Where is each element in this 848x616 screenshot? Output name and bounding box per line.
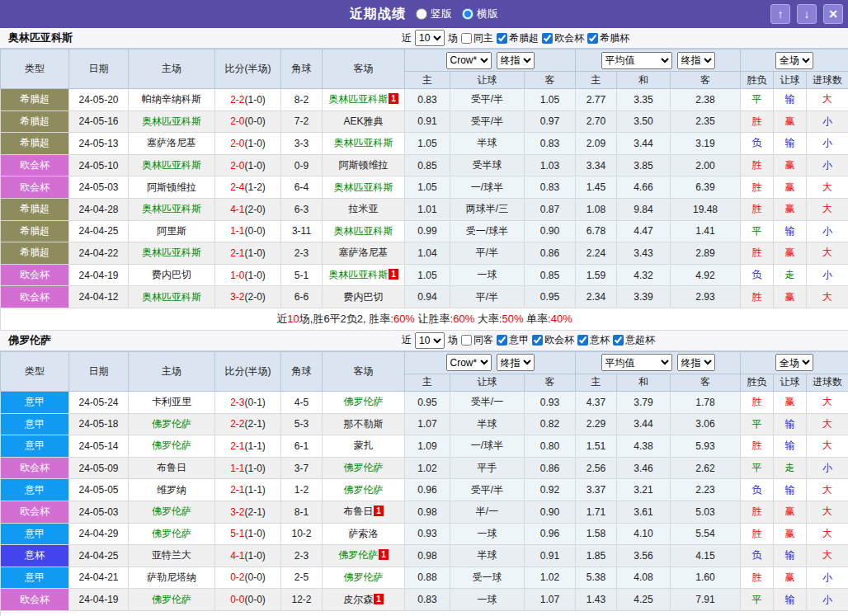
league-checkbox[interactable]: 欧会杯 <box>542 31 584 45</box>
league-checkbox-input[interactable] <box>497 335 507 346</box>
handicap-home-odds: 0.85 <box>405 154 450 176</box>
home-team: 佛罗伦萨 <box>129 413 215 435</box>
result-winloss: 负 <box>741 133 774 155</box>
vertical-radio-input[interactable] <box>416 8 427 20</box>
match-row: 希腊超24-04-22奥林匹亚科斯2-1(1-0)2-3塞萨洛尼基1.04平/半… <box>1 242 848 265</box>
handicap-line: 半球 <box>450 545 525 567</box>
league-checkbox[interactable]: 意超杯 <box>613 333 655 347</box>
league-checkbox[interactable]: 希腊杯 <box>587 31 629 45</box>
league-checkbox-input[interactable] <box>577 335 588 346</box>
match-row: 欧会杯24-05-03阿斯顿维拉2-4(1-2)6-4奥林匹亚科斯1.05一/球… <box>1 176 848 199</box>
handicap-home-odds: 0.96 <box>405 479 450 501</box>
home-team: 亚特兰大 <box>129 545 215 567</box>
result-handicap: 输 <box>774 220 807 242</box>
handicap-home-odds: 0.93 <box>405 523 450 545</box>
odds-stage-select[interactable]: 终指 <box>497 354 535 371</box>
league-type-badge: 希腊超 <box>1 89 69 111</box>
europe-draw-odds: 4.08 <box>617 567 671 589</box>
league-type-badge: 欧会杯 <box>1 286 69 308</box>
sub-column-header: 客 <box>671 72 741 89</box>
same-venue-checkbox-input[interactable] <box>461 335 472 346</box>
match-score: 2-4(1-2) <box>215 176 281 199</box>
result-winloss: 负 <box>741 479 774 501</box>
sub-column-header: 让球 <box>450 72 525 89</box>
average-select[interactable]: 平均值 <box>601 52 672 69</box>
away-team: 萨索洛 <box>323 523 405 545</box>
sub-column-header: 客 <box>525 374 576 391</box>
match-score: 1-1(0-0) <box>215 220 281 242</box>
europe-draw-odds: 3.43 <box>617 242 671 265</box>
result-winloss: 负 <box>741 545 774 567</box>
result-handicap: 赢 <box>774 198 807 220</box>
europe-home-odds: 2.70 <box>576 111 617 133</box>
handicap-away-odds: 0.87 <box>525 198 576 220</box>
home-team: 维罗纳 <box>129 479 215 501</box>
league-label: 希腊超 <box>509 31 539 45</box>
sub-column-header: 让球 <box>774 72 807 89</box>
result-goals: 小 <box>807 264 848 286</box>
away-team: 佛罗伦萨1 <box>323 545 405 567</box>
home-team: 奥林匹亚科斯 <box>129 286 215 308</box>
europe-draw-odds: 3.50 <box>617 111 671 133</box>
handicap-away-odds: 1.03 <box>525 154 576 176</box>
league-type-badge: 意甲 <box>1 523 69 545</box>
same-venue-label: 同主 <box>473 31 493 45</box>
average-select[interactable]: 平均值 <box>601 354 672 371</box>
handicap-away-odds: 0.86 <box>525 242 576 265</box>
layout-radio-vertical[interactable]: 竖版 <box>416 7 452 21</box>
europe-draw-odds: 3.35 <box>617 89 671 111</box>
horizontal-radio-input[interactable] <box>462 8 473 20</box>
result-handicap: 走 <box>774 264 807 286</box>
handicap-line: 一/球半 <box>450 435 525 458</box>
handicap-away-odds: 0.95 <box>525 286 576 308</box>
move-down-icon[interactable]: ↓ <box>797 4 817 24</box>
full-match-select[interactable]: 全场 <box>775 52 813 69</box>
odds-company-select[interactable]: Crow* <box>446 52 492 69</box>
europe-away-odds: 1.78 <box>671 391 741 413</box>
same-venue-checkbox[interactable]: 同主 <box>461 31 493 45</box>
corner-score: 4-5 <box>281 391 323 413</box>
europe-away-odds: 2.62 <box>671 457 741 479</box>
league-checkbox-input[interactable] <box>587 33 598 44</box>
move-up-icon[interactable]: ↑ <box>770 4 790 24</box>
odds-company-select[interactable]: Crow* <box>446 354 492 371</box>
results-table: 类型日期主场比分(半场)角球客场Crow*终指平均值终指全场主让球客主和客胜负让… <box>0 49 848 331</box>
league-checkbox[interactable]: 意杯 <box>577 333 610 347</box>
europe-stage-select[interactable]: 终指 <box>677 52 715 69</box>
europe-away-odds: 3.19 <box>671 133 741 155</box>
same-venue-label: 同客 <box>473 333 493 347</box>
result-winloss: 平 <box>741 89 774 111</box>
corner-score: 8-2 <box>281 89 323 111</box>
same-venue-checkbox-input[interactable] <box>461 33 472 44</box>
same-venue-checkbox[interactable]: 同客 <box>461 333 493 347</box>
europe-stage-select[interactable]: 终指 <box>677 354 715 371</box>
league-checkbox-input[interactable] <box>613 335 624 346</box>
match-count-select[interactable]: 10 <box>415 30 445 46</box>
matches-label: 场 <box>448 31 458 45</box>
league-type-badge: 意杯 <box>1 545 69 567</box>
sub-column-header: 主 <box>405 374 450 391</box>
league-checkbox[interactable]: 欧会杯 <box>532 333 574 347</box>
result-goals: 大 <box>807 176 848 199</box>
handicap-line: 一球 <box>450 589 525 611</box>
full-match-select[interactable]: 全场 <box>775 354 813 371</box>
europe-home-odds: 1.43 <box>576 589 617 611</box>
match-row: 欧会杯24-05-09布鲁日1-1(1-0)3-7佛罗伦萨1.02平手0.862… <box>1 457 848 479</box>
europe-draw-odds: 3.85 <box>617 154 671 176</box>
corner-score: 6-3 <box>281 198 323 220</box>
league-checkbox-input[interactable] <box>497 33 507 44</box>
league-checkbox-input[interactable] <box>542 33 553 44</box>
league-type-badge: 欧会杯 <box>1 264 69 286</box>
layout-radio-horizontal[interactable]: 横版 <box>462 7 498 21</box>
away-team: 阿斯顿维拉 <box>323 154 405 176</box>
league-type-badge: 意甲 <box>1 435 69 458</box>
odds-stage-select[interactable]: 终指 <box>497 52 535 69</box>
result-goals: 大 <box>807 479 848 501</box>
league-checkbox[interactable]: 希腊超 <box>497 31 539 45</box>
league-checkbox[interactable]: 意甲 <box>497 333 529 347</box>
result-handicap: 输 <box>774 589 807 611</box>
close-icon[interactable]: ✕ <box>823 4 843 24</box>
corner-score: 12-2 <box>281 589 323 611</box>
match-count-select[interactable]: 10 <box>415 332 445 349</box>
league-checkbox-input[interactable] <box>532 335 543 346</box>
